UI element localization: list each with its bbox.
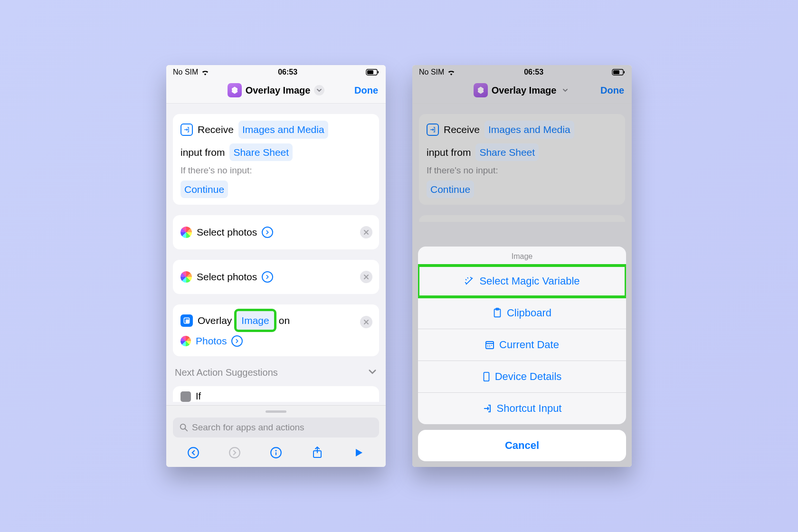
svg-point-6 xyxy=(189,447,199,458)
delete-action-button[interactable] xyxy=(360,271,372,283)
overlay-image-action[interactable]: Overlay Image on Photos xyxy=(173,304,379,356)
device-icon xyxy=(483,371,490,382)
undo-button[interactable] xyxy=(185,444,202,461)
suggestion-peek[interactable]: If xyxy=(173,386,379,402)
svg-point-7 xyxy=(229,447,240,458)
page-title: Overlay Image xyxy=(492,85,557,96)
select-photos-action-2[interactable]: Select photos xyxy=(173,260,379,294)
input-icon xyxy=(180,124,193,136)
delete-action-button[interactable] xyxy=(360,226,372,238)
sheet-title: Image xyxy=(418,247,626,266)
sheet-item-shortcut-input[interactable]: Shortcut Input xyxy=(418,392,626,424)
next-action-suggestions[interactable]: Next Action Suggestions xyxy=(173,367,379,379)
fallback-pill: Continue xyxy=(427,180,474,199)
suggestions-label: Next Action Suggestions xyxy=(175,367,278,378)
suggestion-peek-label: If xyxy=(196,391,201,402)
nav-bar: Overlay Image Done xyxy=(166,79,386,104)
fallback-pill[interactable]: Continue xyxy=(180,180,228,199)
input-types-pill[interactable]: Images and Media xyxy=(238,121,328,139)
svg-rect-14 xyxy=(624,71,625,74)
input-source-pill: Share Sheet xyxy=(475,143,539,162)
page-title: Overlay Image xyxy=(246,85,311,96)
svg-rect-4 xyxy=(186,319,189,323)
share-button[interactable] xyxy=(309,444,326,461)
action-label: Select photos xyxy=(197,224,257,241)
shortcut-app-icon xyxy=(474,83,488,97)
svg-rect-18 xyxy=(484,372,489,381)
if-icon xyxy=(180,391,191,402)
input-from-word: input from xyxy=(180,144,225,161)
svg-rect-2 xyxy=(378,71,379,74)
on-word: on xyxy=(279,312,290,329)
shortcut-input-icon xyxy=(483,404,492,413)
carrier-label: No SIM xyxy=(419,68,444,76)
receive-word: Receive xyxy=(444,121,480,138)
calendar-icon xyxy=(485,340,494,350)
redo-button[interactable] xyxy=(226,444,243,461)
done-button[interactable]: Done xyxy=(345,85,378,96)
svg-rect-10 xyxy=(276,452,276,456)
clock: 06:53 xyxy=(524,68,543,76)
photos-variable-token[interactable]: Photos xyxy=(196,332,227,350)
overlay-icon xyxy=(180,314,193,327)
no-input-label: If there's no input: xyxy=(427,163,618,178)
sheet-item-current-date[interactable]: Current Date xyxy=(418,329,626,361)
sheet-item-label: Clipboard xyxy=(507,307,551,319)
title-menu-button[interactable] xyxy=(560,85,570,95)
image-variable-token[interactable]: Image xyxy=(237,311,274,330)
bottom-panel: Search for apps and actions xyxy=(166,405,386,467)
sheet-item-clipboard[interactable]: Clipboard xyxy=(418,297,626,329)
photos-icon xyxy=(180,271,192,283)
svg-rect-13 xyxy=(613,70,619,74)
receive-input-card[interactable]: Receive Images and Media input from Shar… xyxy=(173,114,379,205)
svg-point-9 xyxy=(275,450,276,451)
sheet-item-device-details[interactable]: Device Details xyxy=(418,361,626,392)
carrier-label: No SIM xyxy=(173,68,198,76)
magic-wand-icon xyxy=(464,276,475,286)
phone-right: No SIM 06:53 Overlay Image Done xyxy=(412,65,632,467)
receive-word: Receive xyxy=(198,121,234,138)
action-label: Select photos xyxy=(197,268,257,285)
search-input[interactable]: Search for apps and actions xyxy=(173,418,379,437)
battery-icon xyxy=(366,69,379,76)
photos-icon xyxy=(180,336,191,346)
editor-content: Receive Images and Media input from Shar… xyxy=(166,104,386,405)
sheet-item-label: Current Date xyxy=(499,339,559,351)
wifi-icon xyxy=(447,69,456,76)
info-button[interactable] xyxy=(267,444,285,461)
input-from-word: input from xyxy=(427,144,471,161)
chevron-down-icon xyxy=(368,367,377,379)
no-input-label: If there's no input: xyxy=(180,163,371,178)
status-bar: No SIM 06:53 xyxy=(412,65,632,79)
select-photos-action-1[interactable]: Select photos xyxy=(173,215,379,249)
sheet-item-label: Shortcut Input xyxy=(497,402,562,415)
title-menu-button[interactable] xyxy=(314,85,324,95)
select-photos-action-peek xyxy=(419,215,625,222)
clipboard-icon xyxy=(493,308,502,318)
done-button[interactable]: Done xyxy=(591,85,624,96)
svg-rect-1 xyxy=(367,70,373,74)
search-icon xyxy=(180,423,188,432)
wifi-icon xyxy=(201,69,209,76)
sheet-body: Image Select Magic Variable Clipboard Cu… xyxy=(418,247,626,424)
delete-action-button[interactable] xyxy=(360,316,372,328)
grabber-handle[interactable] xyxy=(266,410,286,413)
phone-left: No SIM 06:53 Overlay Image Done xyxy=(166,65,386,467)
input-icon xyxy=(427,124,439,136)
variable-picker-sheet: Image Select Magic Variable Clipboard Cu… xyxy=(412,247,632,467)
cancel-button[interactable]: Cancel xyxy=(418,430,626,461)
input-source-pill[interactable]: Share Sheet xyxy=(229,143,293,162)
sheet-item-magic-variable[interactable]: Select Magic Variable xyxy=(418,266,626,297)
svg-point-5 xyxy=(180,424,186,429)
status-bar: No SIM 06:53 xyxy=(166,65,386,79)
expand-icon[interactable] xyxy=(231,335,243,347)
battery-icon xyxy=(612,69,625,76)
sheet-item-label: Device Details xyxy=(495,370,562,383)
run-button[interactable] xyxy=(350,444,367,461)
sheet-item-label: Select Magic Variable xyxy=(479,275,580,287)
expand-icon[interactable] xyxy=(262,271,273,283)
input-types-pill: Images and Media xyxy=(484,121,574,139)
expand-icon[interactable] xyxy=(262,227,273,238)
nav-bar: Overlay Image Done xyxy=(412,79,632,104)
overlay-word: Overlay xyxy=(198,312,232,329)
